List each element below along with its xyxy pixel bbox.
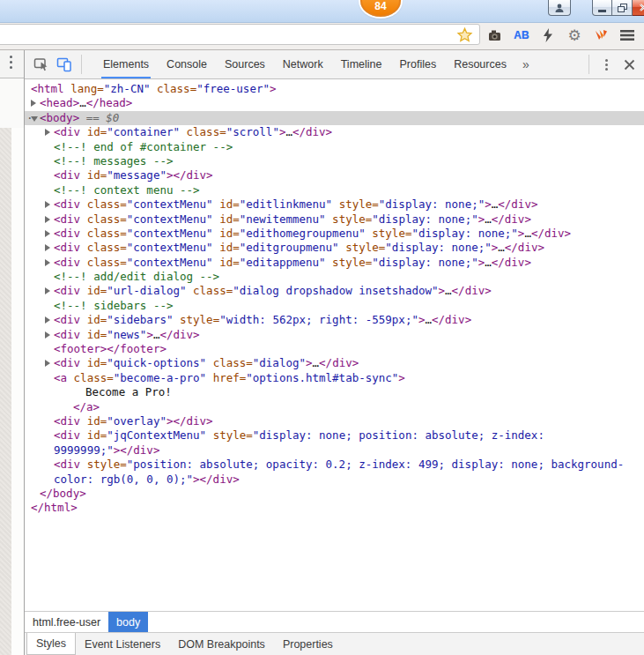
token-att: id= [80, 414, 107, 428]
token-tag: </div> [159, 328, 199, 341]
dom-tree-row[interactable]: <div id="message"></div> [25, 168, 644, 182]
tab-sources[interactable]: Sources [216, 50, 274, 78]
dom-tree-row[interactable]: <div id="overlay"></div> [25, 414, 644, 428]
dom-tree-row[interactable]: <html lang="zh-CN" class="free-user"> [25, 82, 644, 96]
dom-tree-row[interactable]: 9999999;"></div> [25, 443, 644, 458]
dom-tree-row[interactable]: </html> [25, 501, 644, 515]
disclosure-collapsed-icon[interactable] [31, 100, 36, 107]
device-toolbar-icon[interactable] [53, 53, 76, 76]
disclosure-collapsed-icon[interactable] [45, 259, 50, 266]
inspect-element-icon[interactable] [30, 53, 53, 76]
close-button[interactable] [633, 0, 644, 16]
dom-tree-row[interactable]: <div class="contextMenu" id="editlinkmen… [25, 197, 644, 212]
disclosure-collapsed-icon[interactable] [45, 230, 50, 237]
dom-tree-row[interactable]: <!--! add/edit dialog --> [25, 270, 644, 284]
dom-tree-row[interactable]: <footer></footer> [25, 342, 644, 356]
minimize-button[interactable] [592, 0, 612, 16]
sidebar-tab-properties[interactable]: Properties [274, 633, 342, 655]
dom-tree-row[interactable]: <a class="become-a-pro" href="options.ht… [25, 371, 644, 385]
token-tag: </div> [492, 256, 531, 269]
disclosure-collapsed-icon[interactable] [45, 331, 50, 339]
disclosure-collapsed-icon[interactable] [45, 216, 50, 223]
dom-tree-row[interactable]: <div id="container" class="scroll">…</di… [25, 125, 644, 139]
camera-extension-icon[interactable] [485, 26, 505, 45]
lightning-extension-icon[interactable] [538, 26, 558, 45]
disclosure-collapsed-icon[interactable] [45, 201, 50, 208]
token-val: "url-dialog" [107, 284, 186, 297]
token-tag: </div> [292, 125, 332, 138]
token-ann: == $0 [79, 111, 119, 124]
dom-tree-row[interactable]: <div style="position: absolute; opacity:… [25, 458, 644, 472]
dom-tree-row[interactable]: Become a Pro! [25, 385, 644, 399]
minimize-icon [598, 10, 606, 12]
browser-menu-icon[interactable] [618, 26, 637, 45]
sidebar-tab-event-listeners[interactable]: Event Listeners [76, 633, 169, 655]
page-behind-devtools [0, 50, 25, 655]
token-att: class= [180, 125, 226, 138]
tab-resources[interactable]: Resources [445, 50, 515, 78]
token-val: "message" [107, 168, 167, 182]
dom-tree-row[interactable]: <div class="contextMenu" id="editappmenu… [25, 256, 644, 270]
tab-console[interactable]: Console [158, 50, 216, 78]
dom-tree-row[interactable]: <div id="jqContextMenu" style="display: … [25, 428, 644, 443]
address-bar[interactable] [0, 24, 480, 45]
token-val: "display: none;" [411, 227, 517, 240]
disclosure-collapsed-icon[interactable] [45, 129, 50, 136]
bookmark-star-icon[interactable] [456, 26, 473, 43]
disclosure-collapsed-icon[interactable] [45, 360, 50, 367]
token-tag: </div> [492, 212, 531, 226]
disclosure-collapsed-icon[interactable] [45, 316, 50, 324]
token-txt: … [485, 256, 492, 269]
token-tag: ></div> [167, 414, 213, 428]
breadcrumb-html-free-user[interactable]: html.free-user [25, 612, 108, 632]
breadcrumb-body[interactable]: body [108, 612, 148, 632]
dom-tree-row[interactable]: <div id="url-dialog" class="dialog drops… [25, 284, 644, 298]
disclosure-collapsed-icon[interactable] [45, 244, 50, 251]
token-tag: <div [54, 414, 80, 428]
orange-shield-extension-icon[interactable] [591, 26, 611, 45]
tab-network[interactable]: Network [274, 50, 332, 78]
adblock-extension-icon[interactable]: AB [512, 26, 531, 45]
page-overflow-menu-icon[interactable] [10, 56, 12, 71]
dom-tree-row[interactable]: <!--! messages --> [25, 154, 644, 168]
overflow-menu-icon[interactable] [595, 53, 618, 76]
dom-tree-row[interactable]: <head>…</head> [25, 96, 644, 110]
dom-tree-row[interactable]: <!--! context menu --> [25, 183, 644, 197]
sidebar-tab-dom-breakpoints[interactable]: DOM Breakpoints [169, 633, 274, 655]
token-tag: > [439, 284, 446, 297]
more-tabs-button[interactable]: » [517, 57, 535, 71]
dom-tree-row[interactable]: <div id="sidebars" style="width: 562px; … [25, 313, 644, 327]
dom-tree-row[interactable]: ···<body> == $0 [25, 111, 644, 125]
dom-tree-row[interactable]: <!--! sidebars --> [25, 299, 644, 313]
dom-tree-row[interactable]: <div class="contextMenu" id="edithomegro… [25, 227, 644, 241]
token-tag: <div [54, 458, 80, 471]
gear-extension-icon[interactable]: ⚙ [565, 26, 584, 45]
tab-elements[interactable]: Elements [94, 50, 158, 78]
token-att: class= [80, 212, 127, 226]
dom-tree-row[interactable]: </a> [25, 400, 644, 414]
dom-tree-row[interactable]: <div class="contextMenu" id="newitemmenu… [25, 212, 644, 227]
tab-timeline[interactable]: Timeline [332, 50, 391, 78]
token-val: "newitemmenu" [240, 212, 326, 226]
restore-button[interactable] [612, 0, 633, 16]
tab-profiles[interactable]: Profiles [390, 50, 445, 78]
close-devtools-icon[interactable] [618, 53, 640, 76]
dom-tree-row[interactable]: color: rgb(0, 0, 0);"></div> [25, 473, 644, 487]
token-val: "display: none;" [379, 197, 485, 211]
dom-tree-row[interactable]: <div id="news">…</div> [25, 328, 644, 342]
token-tag: > [146, 328, 153, 341]
dom-tree-row[interactable]: <!--! end of #container --> [25, 140, 644, 154]
token-com: <!--! context menu --> [54, 183, 200, 197]
token-tag: </div> [432, 313, 471, 326]
disclosure-expanded-icon[interactable] [31, 116, 38, 122]
extension-icons: AB⚙ [485, 25, 637, 46]
sidebar-tab-styles[interactable]: Styles [26, 633, 76, 655]
dom-tree-row[interactable]: </body> [25, 487, 644, 501]
toolbar-divider [588, 55, 589, 74]
disclosure-collapsed-icon[interactable] [45, 287, 50, 294]
dom-tree-row[interactable]: <div class="contextMenu" id="editgroupme… [25, 241, 644, 255]
dom-tree-row[interactable]: <div id="quick-options" class="dialog">…… [25, 356, 644, 370]
profile-button[interactable] [548, 0, 571, 16]
token-att: href= [206, 371, 246, 384]
token-tag: <div [54, 256, 80, 269]
